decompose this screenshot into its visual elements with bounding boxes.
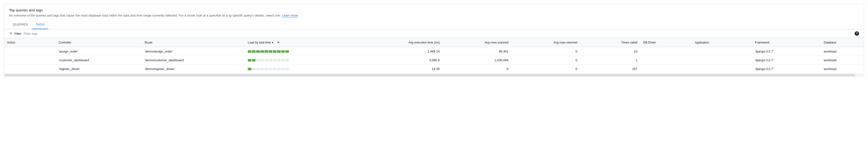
- cell-load: [245, 47, 365, 56]
- cell-avg-exec: 3,085.8: [365, 56, 443, 65]
- col-times-called[interactable]: Times called: [580, 38, 640, 47]
- cell-framework: 'django:3.0.7': [752, 56, 821, 65]
- load-segment: [277, 59, 281, 61]
- table-header: Action Controller Route Load by total ti…: [4, 38, 864, 47]
- tags-table: Action Controller Route Load by total ti…: [4, 38, 864, 73]
- load-segment: [248, 50, 251, 53]
- cell-controller: 'assign_order': [56, 47, 142, 56]
- col-route[interactable]: Route: [142, 38, 245, 47]
- load-segment: [269, 50, 272, 53]
- learn-more-link[interactable]: Learn more: [282, 14, 298, 18]
- load-segment: [285, 59, 289, 61]
- load-segment: [269, 59, 272, 61]
- cell-times-called: 10: [580, 47, 640, 56]
- load-segment: [265, 59, 268, 61]
- load-segment: [265, 68, 268, 70]
- panel-header: Top queries and tags An overview of the …: [4, 4, 864, 17]
- load-segment: [277, 50, 281, 53]
- cell-route: 'demo/register_driver': [142, 65, 245, 73]
- col-avg-scanned[interactable]: Avg rows scanned: [443, 38, 511, 47]
- cell-controller: 'customer_dashboard': [56, 56, 142, 65]
- col-database[interactable]: Database: [821, 38, 864, 47]
- cell-action: [4, 56, 56, 65]
- cell-db-driver: [640, 65, 692, 73]
- cell-framework: 'django:3.0.7': [752, 65, 821, 73]
- cell-route: 'demo/assign_order': [142, 47, 245, 56]
- load-segment: [256, 50, 260, 53]
- load-segment: [252, 59, 255, 61]
- load-segment: [281, 59, 285, 61]
- load-segment: [277, 68, 281, 70]
- cell-avg-exec: 1,449.14: [365, 47, 443, 56]
- load-segment: [273, 59, 276, 61]
- load-segment: [252, 50, 255, 53]
- cell-database: workload: [821, 56, 864, 65]
- col-load[interactable]: Load by total time ▾: [245, 38, 365, 47]
- cell-application: [692, 56, 752, 65]
- cell-avg-returned: 0: [511, 47, 580, 56]
- horizontal-scrollbar[interactable]: [5, 74, 863, 76]
- cell-db-driver: [640, 47, 692, 56]
- cell-framework: 'django:3.0.7': [752, 47, 821, 56]
- load-segment: [248, 59, 251, 61]
- col-db-driver[interactable]: DB Driver: [640, 38, 692, 47]
- col-action[interactable]: Action: [4, 38, 56, 47]
- load-segment: [285, 68, 289, 70]
- table-row[interactable]: 'customer_dashboard' 'demo/customer_dash…: [4, 56, 864, 65]
- filter-bar: Filter ?: [4, 29, 864, 38]
- table-body: 'assign_order' 'demo/assign_order' 1,449…: [4, 47, 864, 73]
- load-segment: [285, 50, 289, 53]
- tab-queries[interactable]: QUERIES: [9, 20, 32, 29]
- load-segment: [252, 68, 255, 70]
- load-segment: [273, 68, 276, 70]
- cell-avg-scanned: 95,401: [443, 47, 511, 56]
- load-segment: [281, 68, 285, 70]
- description-text: An overview of the queries and tags that…: [9, 14, 281, 17]
- cell-action: [4, 65, 56, 73]
- load-segment: [265, 50, 268, 53]
- panel-title: Top queries and tags: [9, 8, 859, 12]
- cell-avg-returned: 0: [511, 65, 580, 73]
- cell-database: workload: [821, 47, 864, 56]
- cell-load: [245, 56, 365, 65]
- load-segment: [248, 68, 251, 70]
- scrollbar-thumb[interactable]: [5, 74, 855, 76]
- help-icon[interactable]: ?: [855, 31, 859, 36]
- table-row[interactable]: 'assign_order' 'demo/assign_order' 1,449…: [4, 47, 864, 56]
- cell-avg-scanned: 0: [443, 65, 511, 73]
- col-avg-exec[interactable]: Avg execution time (ms): [365, 38, 443, 47]
- load-segment: [260, 59, 264, 61]
- cell-avg-returned: 0: [511, 56, 580, 65]
- sort-arrow-icon: [277, 41, 280, 45]
- load-segment: [281, 50, 285, 53]
- col-load-label: Load by total time: [248, 41, 271, 44]
- panel-description: An overview of the queries and tags that…: [9, 14, 859, 17]
- cell-route: 'demo/customer_dashboard': [142, 56, 245, 65]
- load-segment: [273, 50, 276, 53]
- col-framework[interactable]: Framework: [752, 38, 821, 47]
- cell-times-called: 1: [580, 56, 640, 65]
- table-row[interactable]: 'register_driver' 'demo/register_driver'…: [4, 65, 864, 73]
- cell-database: workload: [821, 65, 864, 73]
- top-queries-panel: Top queries and tags An overview of the …: [4, 4, 864, 77]
- load-bar: [248, 59, 289, 61]
- cell-application: [692, 65, 752, 73]
- tab-tags[interactable]: TAGS: [32, 20, 48, 29]
- cell-db-driver: [640, 56, 692, 65]
- cell-times-called: 157: [580, 65, 640, 73]
- col-application[interactable]: Application: [692, 38, 752, 47]
- dropdown-icon: ▾: [272, 41, 273, 44]
- load-bar: [248, 68, 289, 70]
- filter-input[interactable]: [24, 32, 855, 35]
- col-controller[interactable]: Controller: [56, 38, 142, 47]
- filter-label: Filter: [14, 32, 21, 35]
- cell-application: [692, 47, 752, 56]
- cell-load: [245, 65, 365, 73]
- load-segment: [269, 68, 272, 70]
- load-segment: [260, 68, 264, 70]
- tab-bar: QUERIES TAGS: [4, 20, 864, 29]
- cell-action: [4, 47, 56, 56]
- filter-icon: [9, 32, 13, 35]
- load-segment: [256, 59, 260, 61]
- col-avg-returned[interactable]: Avg rows returned: [511, 38, 580, 47]
